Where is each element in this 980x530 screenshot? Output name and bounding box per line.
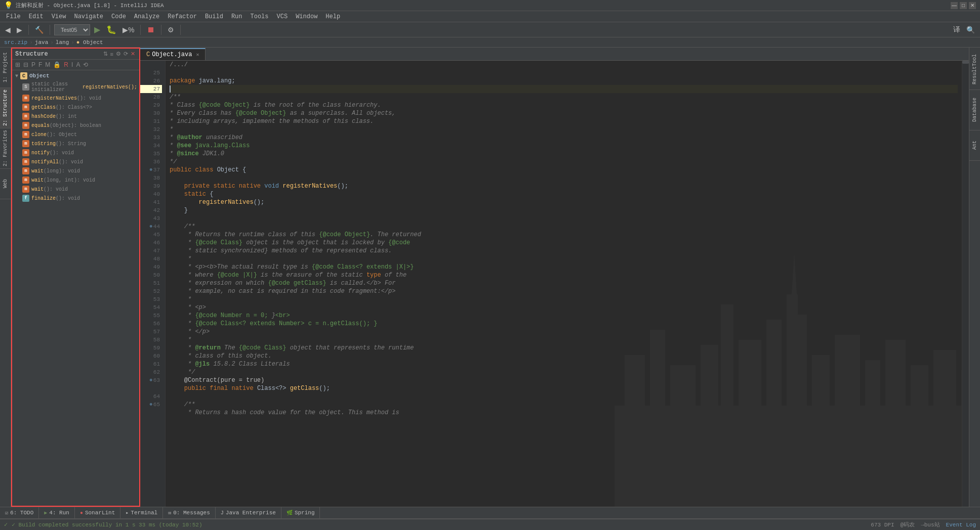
struct-icon1[interactable]: P bbox=[30, 61, 36, 69]
tree-item-finalize[interactable]: f finalize(): void bbox=[12, 194, 139, 203]
tree-item-static-init[interactable]: S static class initializer registerNativ… bbox=[12, 80, 139, 94]
struct-filter-btn[interactable]: ≡ bbox=[109, 50, 114, 58]
code-line-34: * @see java.lang.Class bbox=[170, 142, 958, 150]
structure-panel-title: Structure bbox=[15, 51, 48, 58]
tab-close-icon[interactable]: ✕ bbox=[196, 52, 199, 58]
build-button[interactable]: 🔨 bbox=[33, 25, 46, 35]
close-button[interactable]: ✕ bbox=[969, 2, 976, 9]
struct-icon6[interactable]: I bbox=[70, 61, 74, 69]
sidebar-tab-resulttool[interactable]: ResultTool bbox=[969, 50, 980, 90]
forward-button[interactable]: ▶ bbox=[15, 25, 24, 35]
tree-item-clone[interactable]: m clone(): Object bbox=[12, 130, 139, 139]
editor-tab-object[interactable]: C Object.java ✕ bbox=[140, 48, 206, 60]
code-content[interactable]: /.../ package java.lang; /** * Class {@c… bbox=[166, 61, 962, 507]
code-line-46: * {@code Class} object is the object tha… bbox=[170, 239, 958, 247]
breadcrumb-srczip[interactable]: src.zip bbox=[4, 39, 27, 46]
struct-icon5[interactable]: R bbox=[63, 61, 69, 69]
sidebar-tab-ant[interactable]: Ant bbox=[969, 130, 980, 161]
sidebar-tab-structure[interactable]: 2: Structure bbox=[0, 88, 11, 128]
minimize-button[interactable]: — bbox=[951, 2, 958, 9]
code-line-45: * Returns the runtime class of this {@co… bbox=[170, 231, 958, 239]
menu-run[interactable]: Run bbox=[227, 12, 247, 21]
run-config-select[interactable]: Test05 bbox=[54, 24, 90, 35]
menu-analyze[interactable]: Analyze bbox=[130, 12, 164, 21]
method-icon-m7: m bbox=[22, 149, 29, 156]
build-status-text: ✓ Build completed successfully in 1 s 33… bbox=[12, 521, 202, 528]
struct-alphabetical-btn[interactable]: ⇅ bbox=[102, 50, 109, 58]
struct-icon3[interactable]: M bbox=[44, 61, 51, 69]
tree-item-equals[interactable]: m equals(Object): boolean bbox=[12, 121, 139, 130]
menu-code[interactable]: Code bbox=[107, 12, 130, 21]
editor-scrollbar[interactable] bbox=[962, 61, 969, 507]
menu-help[interactable]: Help bbox=[321, 12, 344, 21]
breadcrumb-java[interactable]: java bbox=[35, 39, 48, 46]
terminal-label: Terminal bbox=[131, 510, 157, 516]
code-line-49: * <p><b>The actual result type is {@code… bbox=[170, 263, 958, 271]
tree-label-hashCode: hashCode(): int bbox=[31, 114, 77, 119]
bottom-tab-messages[interactable]: ✉ 0: Messages bbox=[163, 507, 216, 518]
tree-item-wait1[interactable]: m wait(long): void bbox=[12, 166, 139, 175]
struct-sync-btn[interactable]: ⟳ bbox=[123, 50, 129, 58]
tab-label: Object.java bbox=[152, 51, 192, 58]
bottom-tab-terminal[interactable]: ▸ Terminal bbox=[120, 507, 163, 518]
struct-icon4[interactable]: 🔒 bbox=[52, 61, 62, 69]
debug-button[interactable]: 🐛 bbox=[104, 24, 118, 35]
bottom-tab-run[interactable]: ▶ 4: Run bbox=[39, 507, 75, 518]
sidebar-tab-favorites[interactable]: 2: Favorites bbox=[0, 128, 11, 169]
code-line-60: * class of this object. bbox=[170, 352, 958, 360]
tree-item-object[interactable]: ▼ C Object bbox=[12, 71, 139, 80]
code-area: 25 26 27 28 29 30 31 32 33 34 35 36 ⊕37 … bbox=[140, 61, 969, 507]
run-button[interactable]: ▶ bbox=[92, 24, 102, 35]
settings-button[interactable]: ⚙ bbox=[166, 25, 176, 35]
struct-expand-btn[interactable]: ⊞ bbox=[14, 61, 21, 69]
tree-label-wait1: wait(long): void bbox=[31, 168, 80, 174]
tree-item-notifyAll[interactable]: m notifyAll(): void bbox=[12, 157, 139, 166]
struct-close-btn[interactable]: ✕ bbox=[130, 50, 136, 58]
tree-item-wait2[interactable]: m wait(long, int): void bbox=[12, 175, 139, 185]
bottom-tab-sonar[interactable]: ● SonarLint bbox=[75, 507, 120, 518]
tree-item-getClass[interactable]: m getClass(): Class<?> bbox=[12, 103, 139, 112]
breadcrumb-lang[interactable]: lang bbox=[56, 39, 69, 46]
struct-icon7[interactable]: A bbox=[75, 61, 81, 69]
tree-item-hashCode[interactable]: m hashCode(): int bbox=[12, 112, 139, 121]
menu-refactor[interactable]: Refactor bbox=[164, 12, 201, 21]
code-line-65: /** bbox=[170, 401, 958, 409]
breadcrumb-object[interactable]: ● Object bbox=[76, 39, 103, 46]
sidebar-tab-web[interactable]: Web bbox=[0, 169, 11, 199]
menu-file[interactable]: File bbox=[2, 12, 25, 21]
title-bar: 💡 注解和反射 - Object.java [1.8] - IntelliJ I… bbox=[0, 0, 980, 11]
sonar-icon: ● bbox=[80, 510, 83, 516]
search-everywhere-button[interactable]: 🔍 bbox=[964, 25, 977, 35]
menu-tools[interactable]: Tools bbox=[247, 12, 273, 21]
bottom-tab-spring[interactable]: 🌿 Spring bbox=[281, 507, 320, 518]
sidebar-tab-project[interactable]: 1: Project bbox=[0, 48, 11, 88]
menu-navigate[interactable]: Navigate bbox=[70, 12, 107, 21]
menu-build[interactable]: Build bbox=[201, 12, 227, 21]
stop-button[interactable]: ⏹ bbox=[145, 24, 157, 35]
struct-settings-btn[interactable]: ⚙ bbox=[115, 50, 122, 58]
tree-item-toString[interactable]: m toString(): String bbox=[12, 139, 139, 148]
back-button[interactable]: ◀ bbox=[3, 25, 13, 35]
struct-icon2[interactable]: F bbox=[37, 61, 43, 69]
bottom-tab-todo[interactable]: ☑ 6: TODO bbox=[0, 507, 39, 518]
maximize-button[interactable]: □ bbox=[960, 2, 967, 9]
translate-button[interactable]: 译 bbox=[951, 24, 962, 35]
tree-label-finalize: finalize(): void bbox=[31, 196, 80, 201]
tree-item-wait3[interactable]: m wait(): void bbox=[12, 185, 139, 194]
event-log-link[interactable]: Event Log bbox=[946, 522, 976, 528]
menu-view[interactable]: View bbox=[48, 12, 70, 21]
structure-panel: Structure ⇅ ≡ ⚙ ⟳ ✕ ⊞ ⊟ P F M 🔒 R I A ⟲ bbox=[11, 48, 140, 507]
menu-edit[interactable]: Edit bbox=[25, 12, 48, 21]
sidebar-tab-database[interactable]: Database bbox=[969, 90, 980, 130]
structure-panel-header: Structure ⇅ ≡ ⚙ ⟳ ✕ bbox=[12, 49, 139, 60]
menu-vcs[interactable]: VCS bbox=[273, 12, 292, 21]
struct-icon8[interactable]: ⟲ bbox=[82, 61, 89, 69]
bottom-tab-javaenterprise[interactable]: J Java Enterprise bbox=[216, 507, 281, 518]
tree-item-registerNatives[interactable]: m registerNatives(): void bbox=[12, 94, 139, 103]
code-line-26: package java.lang; bbox=[170, 77, 958, 85]
run-coverage-button[interactable]: ▶% bbox=[120, 25, 136, 35]
struct-collapse-btn[interactable]: ⊟ bbox=[22, 61, 29, 69]
tree-item-notify[interactable]: m notify(): void bbox=[12, 148, 139, 157]
menu-window[interactable]: Window bbox=[292, 12, 321, 21]
code-line-27 bbox=[170, 85, 958, 93]
